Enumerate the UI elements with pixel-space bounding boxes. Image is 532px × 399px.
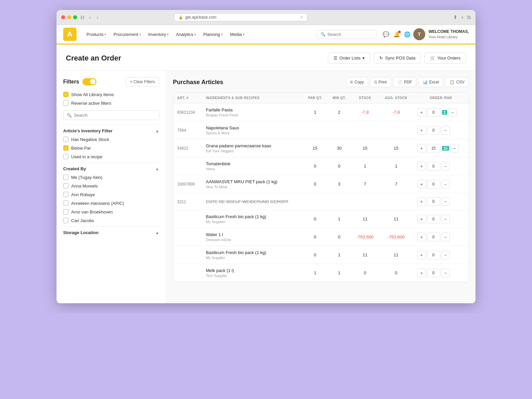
qty-plus-btn[interactable]: + bbox=[417, 126, 426, 135]
show-all-checkbox[interactable] bbox=[63, 92, 68, 97]
qty-minus-btn[interactable]: − bbox=[450, 144, 459, 153]
below-par-checkbox[interactable] bbox=[63, 145, 68, 151]
qty-plus-btn[interactable]: + bbox=[417, 269, 426, 277]
back-btn[interactable]: ‹ bbox=[88, 14, 92, 21]
qty-control: + − bbox=[417, 180, 465, 189]
created-by-title: Created By bbox=[63, 166, 86, 171]
qty-input[interactable] bbox=[427, 215, 440, 223]
qty-minus-btn[interactable]: − bbox=[441, 215, 450, 223]
filters-toggle[interactable] bbox=[82, 78, 96, 85]
qty-input[interactable] bbox=[427, 180, 440, 189]
filter-search-input[interactable] bbox=[74, 113, 156, 118]
negative-stock-checkbox[interactable] bbox=[63, 137, 68, 142]
qty-minus-btn[interactable]: − bbox=[441, 180, 450, 189]
order-lists-btn[interactable]: ☰ Order Lists ▾ bbox=[328, 53, 371, 64]
storage-title: Storage Location bbox=[63, 230, 98, 235]
qty-minus-btn[interactable]: − bbox=[448, 108, 457, 117]
nav-item-analytics[interactable]: Analytics ▾ bbox=[173, 30, 199, 39]
nav-item-procurement[interactable]: Procurement ▾ bbox=[110, 30, 144, 39]
reverse-checkbox[interactable] bbox=[63, 100, 68, 106]
excel-btn[interactable]: 📊 Excel bbox=[418, 77, 443, 87]
created-tugay-checkbox[interactable] bbox=[63, 175, 68, 180]
refresh-icon[interactable]: ↺ bbox=[300, 15, 303, 20]
cell-art: 65621234 bbox=[173, 103, 202, 121]
qty-plus-btn[interactable]: + bbox=[417, 180, 426, 189]
pdf-btn[interactable]: 📄 PDF bbox=[393, 77, 416, 87]
cell-order-qty: + − bbox=[413, 121, 468, 139]
qty-minus-btn[interactable]: − bbox=[441, 269, 450, 277]
print-btn[interactable]: ⎙ Print bbox=[370, 77, 391, 87]
storage-section: Storage Location ▲ bbox=[63, 226, 159, 238]
your-orders-btn[interactable]: 🛒 Your Orders bbox=[424, 53, 466, 64]
created-arno-checkbox[interactable] bbox=[63, 209, 68, 214]
cell-par-qt: 0 bbox=[303, 228, 328, 246]
created-anneleen-checkbox[interactable] bbox=[63, 200, 68, 206]
used-in-recipe-checkbox[interactable] bbox=[63, 154, 68, 159]
qty-plus-btn[interactable]: + bbox=[417, 144, 426, 153]
close-window-btn[interactable] bbox=[61, 15, 65, 19]
cell-stock: 11 bbox=[351, 210, 379, 228]
clear-filters-btn[interactable]: × Clear Filters bbox=[126, 77, 159, 86]
qty-input[interactable] bbox=[427, 162, 440, 171]
qty-input[interactable] bbox=[427, 233, 440, 241]
cell-order-qty: + − bbox=[413, 210, 468, 228]
storage-header[interactable]: Storage Location ▲ bbox=[63, 226, 159, 238]
qty-input[interactable] bbox=[427, 197, 440, 206]
qty-input[interactable] bbox=[427, 269, 440, 277]
forward-btn[interactable]: › bbox=[95, 14, 100, 21]
created-ann-checkbox[interactable] bbox=[63, 192, 68, 197]
created-carl-checkbox[interactable] bbox=[63, 218, 68, 223]
globe-icon-btn[interactable]: 🌐 bbox=[404, 31, 411, 38]
qty-minus-btn[interactable]: − bbox=[441, 162, 450, 171]
qty-minus-btn[interactable]: − bbox=[441, 233, 450, 241]
qty-control: + − bbox=[417, 162, 465, 171]
copy-btn[interactable]: ⎘ Copy bbox=[346, 77, 368, 87]
nav-icon-group: 💬 🔔 🌐 bbox=[383, 31, 411, 38]
sidebar-toggle-btn[interactable]: ⊟ bbox=[80, 15, 84, 20]
qty-input[interactable] bbox=[427, 251, 440, 259]
notifications-icon-btn[interactable]: 🔔 bbox=[393, 31, 400, 38]
created-by-header[interactable]: Created By ▲ bbox=[63, 163, 159, 175]
qty-plus-btn[interactable]: + bbox=[417, 162, 426, 171]
nav-item-products[interactable]: Products ▾ bbox=[83, 30, 109, 39]
inventory-filter-header[interactable]: Article's Inventory Filter ▲ bbox=[63, 125, 159, 137]
filters-header: Filters × Clear Filters bbox=[63, 77, 159, 86]
inventory-filter-section: Article's Inventory Filter ▲ Has Negativ… bbox=[63, 125, 159, 159]
cell-stock bbox=[351, 121, 379, 139]
qty-plus-btn[interactable]: + bbox=[417, 215, 426, 223]
qty-input[interactable] bbox=[427, 144, 440, 153]
sync-pos-btn[interactable]: ↻ Sync POS Data bbox=[374, 53, 421, 64]
qty-input[interactable] bbox=[427, 126, 440, 135]
qty-input[interactable] bbox=[427, 108, 440, 117]
qty-minus-btn[interactable]: − bbox=[441, 251, 450, 259]
nav-item-planning[interactable]: Planning ▾ bbox=[200, 30, 226, 39]
cell-art: 10007800 bbox=[173, 175, 202, 193]
table-row: Water 1 lDriessen inOne00-763.600-763.60… bbox=[173, 228, 468, 246]
csv-btn[interactable]: 📋 CSV bbox=[445, 77, 469, 87]
qty-plus-btn[interactable]: + bbox=[417, 233, 426, 241]
qty-plus-btn[interactable]: + bbox=[417, 197, 426, 206]
qty-plus-btn[interactable]: + bbox=[417, 108, 426, 117]
nav-search-input[interactable] bbox=[328, 32, 373, 37]
inventory-filter-title: Article's Inventory Filter bbox=[63, 128, 112, 133]
new-tab-icon[interactable]: + bbox=[461, 14, 464, 20]
cell-par-qt: 0 bbox=[303, 246, 328, 264]
qty-plus-btn[interactable]: + bbox=[417, 251, 426, 259]
cell-name: Grana padano parmezaanse kaasEat Your Ve… bbox=[202, 139, 303, 157]
qty-minus-btn[interactable]: − bbox=[441, 197, 450, 206]
table-row: Basilicum Fresh bio pack (1 kg)My Suppli… bbox=[173, 210, 468, 228]
cell-min-qt: 0 bbox=[327, 228, 351, 246]
nav-item-inventory[interactable]: Inventory ▾ bbox=[145, 30, 172, 39]
maximize-window-btn[interactable] bbox=[73, 15, 77, 19]
minimize-window-btn[interactable] bbox=[67, 15, 71, 19]
nav-item-media[interactable]: Media ▾ bbox=[227, 30, 248, 39]
qty-minus-btn[interactable]: − bbox=[441, 126, 450, 135]
chat-icon-btn[interactable]: 💬 bbox=[383, 31, 389, 38]
cell-art: 7564 bbox=[173, 121, 202, 139]
cell-min-qt: 1 bbox=[327, 246, 351, 264]
table-header: Purchase Articles ⎘ Copy ⎙ Print 📄 PDF bbox=[173, 77, 469, 87]
sync-icon: ↻ bbox=[379, 56, 383, 61]
tabs-icon[interactable]: ⧉ bbox=[467, 14, 471, 20]
share-icon[interactable]: ⬆ bbox=[453, 14, 458, 20]
created-anna-checkbox[interactable] bbox=[63, 183, 68, 189]
